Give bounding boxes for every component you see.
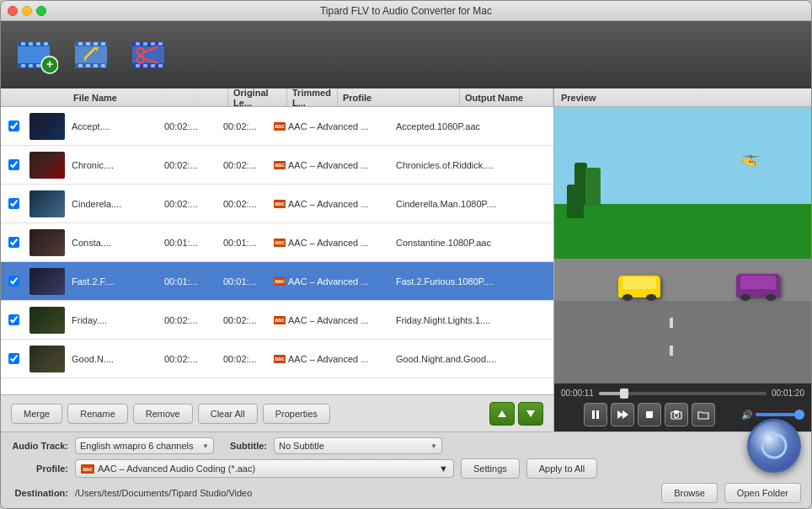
titlebar: Tipard FLV to Audio Converter for Mac	[1, 1, 811, 21]
svg-rect-23	[93, 64, 98, 67]
row-original-length: 00:02:...	[161, 121, 220, 131]
apply-to-all-button[interactable]: Apply to All	[526, 458, 597, 479]
svg-marker-44	[526, 410, 535, 417]
row-profile: aac AAC – Advanced ...	[270, 121, 393, 131]
thumbnail-image	[29, 307, 65, 334]
row-trimmed-length: 00:02:...	[220, 315, 270, 325]
svg-rect-36	[143, 64, 147, 67]
convert-button[interactable]	[747, 419, 801, 473]
stop-button[interactable]	[638, 403, 661, 426]
row-thumbnail	[26, 152, 68, 179]
row-checkbox[interactable]	[8, 237, 19, 248]
header-original: Original Le...	[228, 88, 287, 106]
row-thumbnail	[26, 346, 68, 372]
profile-select[interactable]: aac AAC – Advanced Audio Coding (*.aac) …	[75, 459, 454, 478]
row-thumbnail	[26, 268, 68, 295]
table-row[interactable]: Accept.... 00:02:... 00:02:... aac AAC –…	[1, 107, 553, 146]
row-profile-text: AAC – Advanced ...	[288, 121, 368, 131]
main-content: File Name Original Le... Trimmed L... Pr…	[1, 88, 811, 431]
svg-rect-3	[21, 42, 25, 46]
row-trimmed-length: 00:02:...	[220, 160, 270, 170]
open-folder-button[interactable]: Open Folder	[724, 483, 801, 503]
window-title: Tipard FLV to Audio Converter for Mac	[320, 5, 492, 17]
settings-button[interactable]: Settings	[461, 458, 520, 479]
profile-format-icon: aac	[274, 316, 286, 324]
toolbar: +	[1, 21, 811, 88]
row-checkbox-cell	[1, 159, 26, 170]
clear-all-button[interactable]: Clear All	[198, 404, 258, 424]
row-profile-text: AAC – Advanced ...	[288, 276, 368, 287]
svg-rect-17	[78, 42, 83, 46]
row-profile-text: AAC – Advanced ...	[288, 160, 368, 170]
svg-rect-49	[646, 411, 653, 418]
table-row[interactable]: Consta.... 00:01:... 00:01:... aac AAC –…	[1, 223, 553, 262]
move-down-button[interactable]	[518, 402, 543, 426]
row-checkbox[interactable]	[8, 121, 19, 131]
table-row[interactable]: Fast.2.F.... 00:01:... 00:01:... aac AAC…	[1, 262, 553, 301]
row-original-length: 00:01:...	[161, 276, 220, 287]
profile-format-icon: aac	[274, 200, 286, 208]
row-trimmed-length: 00:02:...	[220, 199, 270, 209]
row-original-length: 00:02:...	[161, 199, 220, 209]
row-profile: aac AAC – Advanced ...	[270, 160, 393, 170]
traffic-lights	[8, 6, 46, 16]
row-checkbox[interactable]	[8, 198, 19, 209]
row-profile: aac AAC – Advanced ...	[270, 238, 393, 248]
row-trimmed-length: 00:01:...	[220, 238, 270, 248]
row-output-name: Friday.Night.Lights.1....	[393, 315, 553, 325]
snapshot-button[interactable]	[665, 403, 688, 426]
profile-select-inner: aac AAC – Advanced Audio Coding (*.aac)	[81, 463, 439, 474]
trim-video-button[interactable]	[126, 29, 176, 80]
profile-dropdown-arrow: ▼	[439, 463, 448, 474]
table-body: Accept.... 00:02:... 00:02:... aac AAC –…	[1, 107, 553, 394]
minimize-button[interactable]	[22, 6, 32, 16]
next-frame-button[interactable]	[611, 403, 634, 426]
row-output-name: Fast.2.Furious.1080P....	[393, 276, 553, 287]
row-checkbox[interactable]	[8, 159, 19, 170]
table-row[interactable]: Chronic.... 00:02:... 00:02:... aac AAC …	[1, 146, 553, 185]
header-trimmed: Trimmed L...	[287, 88, 338, 106]
row-checkbox[interactable]	[8, 353, 19, 364]
subtitle-select[interactable]: No Subtitle ▼	[274, 437, 442, 454]
row-checkbox[interactable]	[8, 276, 19, 287]
merge-button[interactable]: Merge	[11, 404, 62, 424]
profile-format-icon: aac	[274, 122, 286, 131]
svg-rect-32	[143, 42, 147, 46]
browse-button[interactable]: Browse	[661, 483, 718, 503]
svg-marker-43	[498, 410, 506, 417]
audio-track-select[interactable]: English wmapro 6 channels ▼	[75, 437, 214, 454]
move-up-button[interactable]	[489, 402, 515, 426]
row-output-name: Constantine.1080P.aac	[393, 238, 553, 248]
row-thumbnail	[26, 307, 68, 334]
svg-rect-24	[101, 64, 105, 67]
maximize-button[interactable]	[36, 6, 46, 16]
close-button[interactable]	[8, 6, 18, 16]
audio-track-row: Audio Track: English wmapro 6 channels ▼…	[11, 437, 801, 454]
row-output-name: Accepted.1080P.aac	[393, 121, 553, 131]
profile-row: Profile: aac AAC – Advanced Audio Coding…	[11, 458, 801, 479]
scrubber-track[interactable]	[599, 392, 767, 395]
destination-path: /Users/test/Documents/Tipard Studio/Vide…	[75, 488, 654, 498]
edit-video-button[interactable]	[68, 29, 119, 80]
remove-button[interactable]: Remove	[133, 404, 193, 424]
volume-slider[interactable]	[756, 413, 804, 416]
subtitle-label: Subtitle:	[221, 441, 267, 451]
table-row[interactable]: Cinderela.... 00:02:... 00:02:... aac AA…	[1, 185, 553, 223]
table-row[interactable]: Friday.... 00:02:... 00:02:... aac AAC –…	[1, 301, 553, 340]
row-profile: aac AAC – Advanced ...	[270, 315, 393, 325]
add-video-button[interactable]: +	[11, 29, 61, 80]
properties-button[interactable]: Properties	[263, 404, 330, 424]
pause-button[interactable]	[584, 403, 607, 426]
scrubber-thumb	[620, 388, 628, 399]
preview-area: Preview	[554, 88, 811, 431]
rename-button[interactable]: Rename	[67, 404, 128, 424]
open-folder-preview-button[interactable]	[692, 403, 715, 426]
row-checkbox[interactable]	[8, 314, 19, 325]
svg-rect-6	[44, 42, 48, 46]
thumbnail-image	[29, 268, 65, 295]
svg-rect-45	[592, 410, 595, 419]
svg-rect-18	[86, 42, 90, 46]
table-row[interactable]: Good.N.... 00:02:... 00:02:... aac AAC –…	[1, 340, 553, 378]
row-checkbox-cell	[1, 276, 26, 287]
svg-rect-5	[36, 42, 40, 46]
